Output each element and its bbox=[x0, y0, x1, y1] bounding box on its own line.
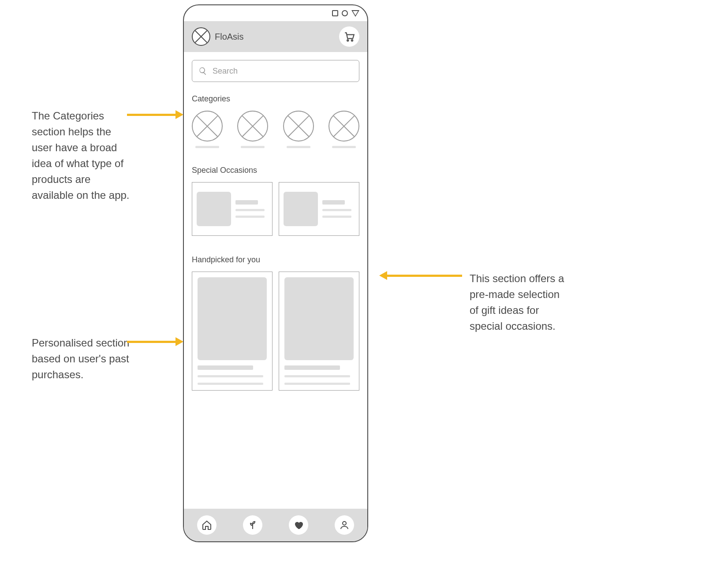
annotation-categories: The Categories section helps the user ha… bbox=[32, 108, 133, 203]
handpicked-row bbox=[192, 272, 359, 391]
search-icon bbox=[198, 67, 207, 75]
skeleton-line bbox=[235, 216, 265, 218]
special-card[interactable] bbox=[192, 182, 273, 236]
skeleton-line bbox=[198, 365, 253, 370]
nav-profile-button[interactable] bbox=[335, 515, 354, 535]
skeleton-line bbox=[322, 200, 345, 205]
svg-point-1 bbox=[351, 40, 353, 41]
skeleton-line bbox=[284, 383, 350, 385]
bottom-nav bbox=[184, 509, 367, 541]
category-item[interactable] bbox=[237, 111, 268, 148]
categories-heading: Categories bbox=[192, 94, 359, 104]
skeleton-line bbox=[284, 365, 340, 370]
search-input[interactable] bbox=[213, 67, 353, 76]
skeleton-line bbox=[198, 383, 263, 385]
skeleton-line bbox=[287, 146, 310, 148]
status-bar bbox=[184, 5, 367, 21]
status-circle-icon bbox=[342, 10, 348, 16]
image-placeholder bbox=[284, 192, 318, 226]
status-square-icon bbox=[332, 10, 338, 16]
skeleton-line bbox=[241, 146, 265, 148]
nav-home-button[interactable] bbox=[197, 515, 217, 535]
category-image-placeholder-icon bbox=[283, 111, 314, 142]
app-header: FloAsis bbox=[184, 21, 367, 52]
skeleton-line bbox=[284, 375, 350, 377]
category-image-placeholder-icon bbox=[192, 111, 223, 142]
skeleton-line bbox=[322, 209, 351, 211]
category-item[interactable] bbox=[329, 111, 359, 148]
special-heading: Special Occasions bbox=[192, 166, 359, 175]
handpicked-heading: Handpicked for you bbox=[192, 255, 359, 265]
skeleton-line bbox=[332, 146, 356, 148]
category-image-placeholder-icon bbox=[237, 111, 268, 142]
user-icon bbox=[339, 520, 350, 530]
status-triangle-icon bbox=[351, 10, 359, 17]
special-card[interactable] bbox=[279, 182, 359, 236]
app-name: FloAsis bbox=[215, 32, 244, 42]
skeleton-line bbox=[235, 209, 265, 211]
svg-point-0 bbox=[347, 40, 348, 41]
svg-point-2 bbox=[343, 522, 346, 525]
skeleton-line bbox=[198, 375, 263, 377]
text-skeleton bbox=[322, 187, 355, 231]
nav-plant-button[interactable] bbox=[243, 515, 262, 535]
cart-icon bbox=[343, 31, 355, 42]
logo-placeholder-icon bbox=[192, 27, 210, 46]
image-placeholder bbox=[198, 277, 267, 360]
skeleton-line bbox=[322, 216, 351, 218]
skeleton-line bbox=[235, 200, 258, 205]
text-skeleton bbox=[235, 187, 268, 231]
home-icon bbox=[202, 520, 212, 530]
image-placeholder bbox=[284, 277, 354, 360]
brand[interactable]: FloAsis bbox=[192, 27, 244, 46]
image-placeholder bbox=[197, 192, 231, 226]
product-card[interactable] bbox=[279, 272, 359, 391]
sprout-icon bbox=[247, 520, 258, 530]
cart-button[interactable] bbox=[339, 26, 359, 47]
search-bar[interactable] bbox=[192, 60, 359, 82]
main-content: Categories Special Occasions bbox=[184, 52, 367, 509]
product-card[interactable] bbox=[192, 272, 273, 391]
category-image-placeholder-icon bbox=[329, 111, 359, 142]
special-row bbox=[192, 182, 359, 236]
nav-favorites-button[interactable] bbox=[289, 515, 308, 535]
annotation-handpicked: Personalised section based on user's pas… bbox=[32, 335, 133, 383]
phone-frame: FloAsis Categories Special Occasions bbox=[183, 4, 368, 542]
category-item[interactable] bbox=[192, 111, 223, 148]
annotation-special: This section offers a pre-made selection… bbox=[470, 271, 571, 334]
category-item[interactable] bbox=[283, 111, 314, 148]
skeleton-line bbox=[195, 146, 219, 148]
categories-row bbox=[192, 111, 359, 148]
heart-icon bbox=[293, 520, 304, 530]
